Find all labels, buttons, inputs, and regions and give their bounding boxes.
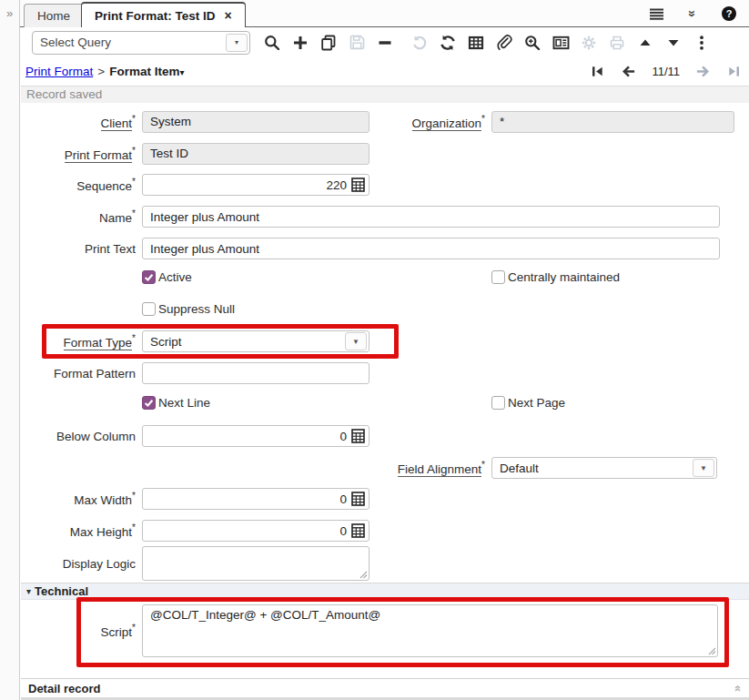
max-width-label: Max Width* <box>21 491 136 507</box>
new-record-icon[interactable] <box>290 33 310 53</box>
breadcrumb-row: Print Format>Format Item▾ 11/11 <box>21 57 749 86</box>
format-type-dropdown-icon[interactable]: ▼ <box>345 332 367 350</box>
select-query-combo[interactable]: ▾ <box>32 31 250 55</box>
next-line-label: Next Line <box>158 396 210 410</box>
tab-bar: Home Print Format: Test ID × » ? <box>0 0 749 27</box>
below-column-label: Below Column <box>21 430 136 443</box>
calculator-icon[interactable] <box>351 429 365 443</box>
suppress-null-label: Suppress Null <box>158 302 235 316</box>
next-page-label: Next Page <box>508 396 565 410</box>
active-checkbox[interactable] <box>142 270 156 284</box>
detail-record-icon[interactable] <box>663 33 683 53</box>
grid-toggle-icon[interactable] <box>466 33 486 53</box>
format-type-value: Script <box>143 335 343 349</box>
copy-record-icon[interactable] <box>319 33 339 53</box>
breadcrumb-parent-link[interactable]: Print Format <box>25 65 93 78</box>
client-field: System <box>142 111 369 133</box>
tab-home[interactable]: Home <box>24 4 84 27</box>
breadcrumb-current[interactable]: Format Item <box>109 65 179 78</box>
max-height-label: Max Height* <box>21 522 136 539</box>
breadcrumb-separator: > <box>97 65 105 78</box>
parent-record-icon[interactable] <box>635 33 655 53</box>
max-height-input[interactable] <box>143 524 351 538</box>
centrally-maintained-checkbox[interactable] <box>491 270 505 284</box>
display-logic-textarea[interactable] <box>142 546 369 581</box>
expand-detail-icon[interactable]: » <box>730 685 744 691</box>
technical-section-header[interactable]: ▾ Technical <box>21 583 749 600</box>
process-icon[interactable] <box>579 33 599 53</box>
below-column-field[interactable] <box>142 425 369 447</box>
find-icon[interactable] <box>262 33 282 53</box>
status-message: Record saved <box>26 87 102 101</box>
tab-print-format[interactable]: Print Format: Test ID × <box>81 2 246 27</box>
help-icon[interactable]: ? <box>722 6 736 21</box>
tab-home-label: Home <box>37 9 70 23</box>
field-alignment-dropdown-icon[interactable]: ▼ <box>693 459 714 477</box>
menu-icon[interactable] <box>650 8 663 20</box>
expand-sidebar-icon[interactable]: » <box>0 6 19 20</box>
zoom-across-icon[interactable] <box>522 33 542 53</box>
organization-label: Organization* <box>383 114 485 130</box>
status-bar: Record saved <box>21 86 749 103</box>
sidebar-strip: » <box>0 0 20 700</box>
format-item-form: Client* System Organization* * Print For… <box>21 103 749 700</box>
calculator-icon[interactable] <box>351 178 365 192</box>
record-position: 11/11 <box>652 65 680 78</box>
breadcrumb: Print Format>Format Item▾ <box>25 65 184 78</box>
name-label: Name* <box>21 208 136 225</box>
max-height-field[interactable] <box>142 520 369 542</box>
suppress-null-checkbox[interactable] <box>142 302 156 316</box>
attachment-icon[interactable] <box>494 33 514 53</box>
next-page-checkbox[interactable] <box>491 396 505 410</box>
save-icon[interactable] <box>347 33 367 53</box>
record-navigation: 11/11 <box>590 57 742 86</box>
section-collapse-icon[interactable]: ▾ <box>26 586 31 596</box>
collapse-header-icon[interactable]: » <box>685 10 700 17</box>
more-actions-icon[interactable] <box>692 33 712 53</box>
name-input[interactable] <box>142 206 720 228</box>
calculator-icon[interactable] <box>351 492 365 506</box>
client-label: Client* <box>21 114 136 130</box>
format-pattern-input[interactable] <box>142 362 369 384</box>
calculator-icon[interactable] <box>351 523 365 538</box>
max-width-input[interactable] <box>143 492 351 506</box>
select-query-dropdown-icon[interactable]: ▾ <box>226 34 248 52</box>
print-format-label: Print Format* <box>21 146 136 162</box>
next-record-icon[interactable] <box>695 64 711 79</box>
format-type-label: Format Type* <box>21 333 136 350</box>
refresh-icon[interactable] <box>438 33 458 53</box>
active-label: Active <box>158 270 192 284</box>
organization-field: * <box>491 111 734 133</box>
undo-icon[interactable] <box>410 33 430 53</box>
field-alignment-label: Field Alignment* <box>383 460 485 476</box>
breadcrumb-caret-icon[interactable]: ▾ <box>179 67 184 77</box>
below-column-input[interactable] <box>143 430 351 443</box>
next-line-checkbox[interactable] <box>142 396 156 410</box>
detail-record-bar[interactable]: Detail record » <box>21 678 749 697</box>
delete-record-icon[interactable] <box>375 33 395 53</box>
technical-section-label: Technical <box>35 584 88 598</box>
first-record-icon[interactable] <box>590 64 605 79</box>
sequence-input[interactable] <box>143 178 351 192</box>
format-type-select[interactable]: Script ▼ <box>142 330 369 352</box>
display-logic-label: Display Logic <box>21 557 136 571</box>
detail-record-label: Detail record <box>28 682 100 695</box>
max-width-field[interactable] <box>142 488 369 510</box>
select-query-input[interactable] <box>33 36 224 49</box>
report-icon[interactable] <box>551 33 571 53</box>
print-icon[interactable] <box>607 33 627 53</box>
print-text-label: Print Text <box>21 242 136 256</box>
script-textarea[interactable]: @COL/T_Integer@ + @COL/T_Amount@ <box>142 604 718 657</box>
format-pattern-label: Format Pattern <box>21 367 136 380</box>
field-alignment-value: Default <box>492 462 691 475</box>
last-record-icon[interactable] <box>726 64 742 79</box>
previous-record-icon[interactable] <box>621 64 636 79</box>
sequence-field[interactable] <box>142 174 369 196</box>
centrally-maintained-label: Centrally maintained <box>508 270 620 284</box>
print-text-input[interactable] <box>142 238 720 259</box>
tab-print-format-label: Print Format: Test ID <box>95 9 216 23</box>
field-alignment-select[interactable]: Default ▼ <box>491 457 717 479</box>
close-tab-icon[interactable]: × <box>225 9 232 22</box>
toolbar: ▾ <box>21 27 749 57</box>
print-format-field: Test ID <box>142 143 369 165</box>
